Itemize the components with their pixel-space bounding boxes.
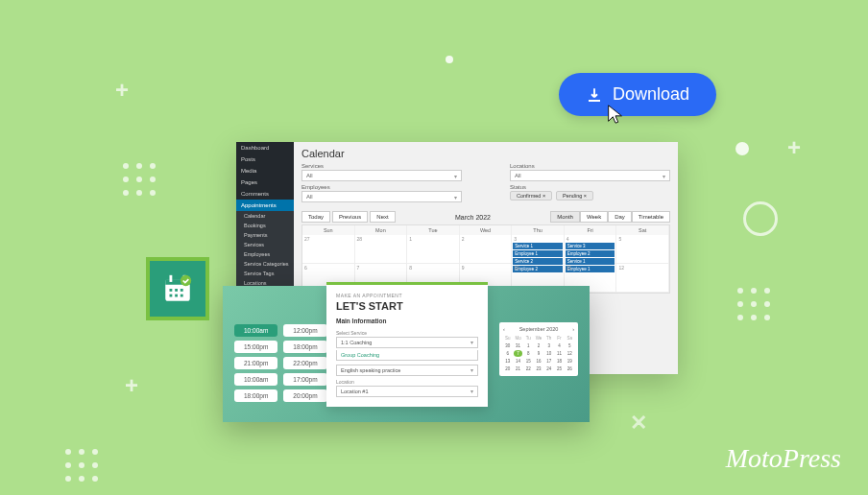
submenu-item[interactable]: Bookings: [236, 221, 294, 230]
mini-day[interactable]: 11: [555, 350, 565, 357]
submenu-item[interactable]: Service Tags: [236, 269, 294, 278]
mini-day[interactable]: 31: [514, 342, 523, 349]
time-slot[interactable]: 18:00pm: [234, 389, 277, 402]
brand-logo: MotoPress: [726, 443, 841, 474]
mini-day[interactable]: 6: [503, 350, 513, 357]
time-slot[interactable]: 20:00pm: [283, 389, 326, 402]
today-button[interactable]: Today: [301, 211, 330, 223]
mini-day[interactable]: 9: [534, 350, 543, 357]
mini-day[interactable]: 22: [523, 365, 533, 372]
cal-cell[interactable]: 12: [616, 264, 669, 293]
mini-day[interactable]: 13: [503, 358, 513, 365]
cal-cell[interactable]: 1: [407, 235, 460, 264]
svg-rect-2: [170, 275, 173, 282]
mini-day[interactable]: 15: [523, 358, 533, 365]
sidebar-item[interactable]: Pages: [236, 177, 294, 188]
svg-rect-5: [170, 289, 173, 292]
time-slot[interactable]: 22:00pm: [283, 357, 326, 369]
submenu-item[interactable]: Services: [236, 240, 294, 249]
event[interactable]: Employee 1: [513, 250, 563, 257]
mini-day[interactable]: 8: [523, 350, 533, 357]
event[interactable]: Service 3: [566, 243, 615, 249]
mini-day[interactable]: 17: [544, 358, 554, 365]
cal-cell[interactable]: 3 Service 1 Employee 1 Service 2 Employe…: [512, 235, 565, 264]
services-select[interactable]: All: [301, 170, 462, 181]
mini-day[interactable]: 21: [514, 365, 523, 372]
cal-cell[interactable]: 2: [460, 235, 513, 264]
form-micro: MAKE AN APPOINTMENT: [336, 293, 478, 298]
time-slot[interactable]: 17:00pm: [283, 373, 326, 386]
view-timetable[interactable]: Timetable: [632, 211, 670, 223]
time-slot[interactable]: 12:00pm: [283, 324, 326, 337]
mini-day[interactable]: 23: [534, 365, 543, 372]
event[interactable]: Service 1: [513, 243, 563, 249]
locations-select[interactable]: All: [510, 170, 670, 181]
mini-day[interactable]: 4: [555, 342, 565, 349]
mini-next-icon[interactable]: ›: [572, 326, 574, 332]
sidebar-item[interactable]: Media: [236, 165, 294, 177]
day-header: Sat: [616, 225, 669, 235]
mini-day[interactable]: 1: [523, 342, 533, 349]
mini-day[interactable]: 26: [565, 365, 574, 372]
cursor-icon: [605, 104, 626, 125]
sidebar-item[interactable]: Dashboard: [236, 142, 294, 153]
service-option[interactable]: Group Coaching: [336, 350, 478, 361]
next-button[interactable]: Next: [370, 211, 395, 223]
submenu-item[interactable]: Calendar: [236, 211, 294, 221]
mini-day[interactable]: 18: [555, 358, 565, 365]
status-pill[interactable]: Confirmed ×: [510, 191, 552, 200]
booking-form: MAKE AN APPOINTMENT LET'S START Main Inf…: [326, 282, 488, 407]
mini-day-selected[interactable]: 7: [514, 350, 523, 357]
event[interactable]: Employee 2: [566, 250, 615, 257]
day-header: Sun: [302, 225, 355, 235]
cal-cell[interactable]: 5: [616, 235, 669, 264]
mini-day[interactable]: 2: [534, 342, 543, 349]
location-select[interactable]: Location #1: [336, 386, 478, 397]
mini-day[interactable]: 3: [544, 342, 554, 349]
mini-day[interactable]: 16: [534, 358, 543, 365]
prev-button[interactable]: Previous: [332, 211, 368, 223]
download-button[interactable]: Download: [559, 73, 716, 116]
sidebar-item[interactable]: Posts: [236, 153, 294, 165]
mini-prev-icon[interactable]: ‹: [503, 326, 505, 332]
calendar-badge-icon: [146, 257, 209, 320]
mini-day[interactable]: 25: [555, 365, 565, 372]
form-subheading: Main Information: [336, 318, 478, 324]
time-slot[interactable]: 21:00pm: [234, 357, 277, 369]
submenu-item[interactable]: Employees: [236, 249, 294, 259]
mini-day[interactable]: 20: [503, 365, 513, 372]
mini-day[interactable]: 12: [565, 350, 574, 357]
view-day[interactable]: Day: [608, 211, 632, 223]
submenu-item[interactable]: Payments: [236, 230, 294, 240]
time-slot[interactable]: 18:00pm: [283, 341, 326, 353]
cal-cell[interactable]: 4 Service 3 Employee 2 Service 1 Employe…: [565, 235, 617, 264]
view-week[interactable]: Week: [580, 211, 608, 223]
employees-select[interactable]: All: [301, 191, 462, 202]
filter-label: Employees: [301, 184, 462, 190]
month-label: March 2022: [455, 214, 491, 221]
booking-widget: 10:00am 12:00pm 15:00pm 18:00pm 21:00pm …: [223, 286, 590, 422]
time-slot[interactable]: 15:00pm: [234, 341, 277, 353]
mini-day[interactable]: 19: [565, 358, 574, 365]
time-slot[interactable]: 10:00am: [234, 324, 277, 337]
service-select[interactable]: 1:1 Coaching: [336, 337, 478, 348]
time-slot[interactable]: 10:00am: [234, 373, 277, 386]
sidebar-item-appointments[interactable]: Appointments: [236, 200, 294, 211]
mini-title: September 2020: [519, 326, 559, 332]
mini-day[interactable]: 10: [544, 350, 554, 357]
submenu-item[interactable]: Service Categories: [236, 259, 294, 269]
cal-cell[interactable]: 28: [355, 235, 408, 264]
mini-day[interactable]: 14: [514, 358, 523, 365]
mini-day[interactable]: 5: [565, 342, 574, 349]
day-header: Fri: [565, 225, 617, 235]
mini-day[interactable]: 30: [503, 342, 513, 349]
day-header: Wed: [460, 225, 513, 235]
svg-rect-7: [181, 289, 183, 292]
status-pill[interactable]: Pending ×: [556, 191, 593, 200]
mini-day[interactable]: 24: [544, 365, 554, 372]
extra-select[interactable]: English speaking practice: [336, 365, 478, 376]
service-label: Select Service: [336, 330, 478, 336]
sidebar-item[interactable]: Comments: [236, 188, 294, 200]
view-month[interactable]: Month: [550, 211, 580, 223]
cal-cell[interactable]: 27: [302, 235, 355, 264]
